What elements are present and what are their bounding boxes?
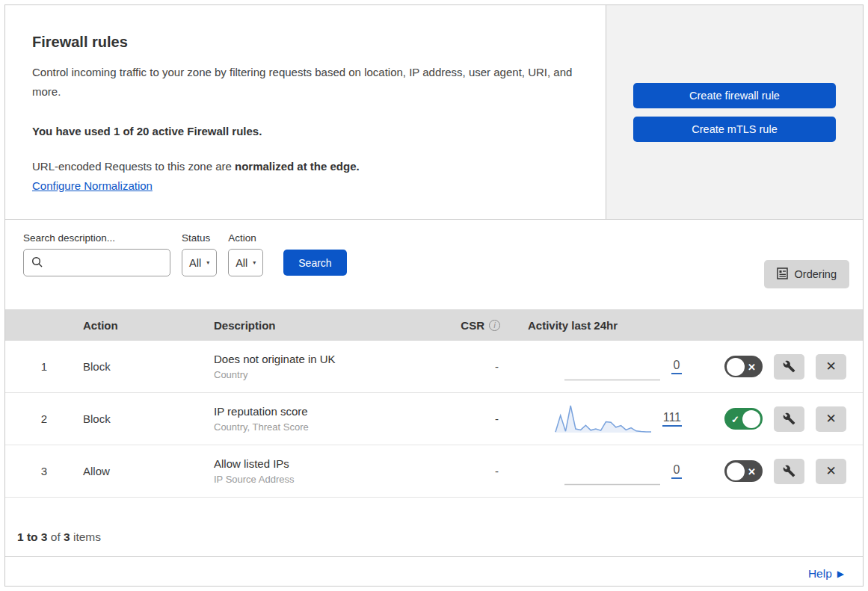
rule-description: Allow listed IPs xyxy=(214,457,454,470)
close-icon: ✕ xyxy=(825,359,836,374)
create-firewall-rule-button[interactable]: Create firewall rule xyxy=(633,83,836,108)
rule-criteria: Country, Threat Score xyxy=(214,421,454,433)
pagination-summary: 1 to 3 of 3 items xyxy=(5,498,863,556)
toggle-state-icon: ✕ xyxy=(748,465,756,477)
status-selected-value: All xyxy=(189,257,201,269)
table-header: Action Description CSR i Activity last 2… xyxy=(5,309,863,341)
items-label: items xyxy=(73,530,101,543)
csr-column-header: CSR i xyxy=(454,319,500,332)
edit-rule-button[interactable] xyxy=(774,406,804,432)
rule-controls: ✓ ✕ xyxy=(682,406,863,432)
help-arrow-icon: ▶ xyxy=(837,569,844,579)
usage-summary: You have used 1 of 20 active Firewall ru… xyxy=(32,125,579,137)
items-range: 1 to 3 xyxy=(17,530,47,543)
filter-bar: Search description... Status All ▾ Actio… xyxy=(5,220,863,309)
table-row: 3 Allow Allow listed IPs IP Source Addre… xyxy=(5,445,863,498)
rule-controls: ✕ ✕ xyxy=(682,459,863,484)
activity-sparkline xyxy=(555,403,652,435)
toggle-state-icon: ✓ xyxy=(731,413,739,424)
csr-header-label: CSR xyxy=(461,319,484,332)
rule-description-cell: Does not originate in UK Country xyxy=(214,353,454,380)
rule-description-cell: IP reputation score Country, Threat Scor… xyxy=(214,405,454,433)
rule-controls: ✕ ✕ xyxy=(682,354,863,380)
action-filter-group: Action All ▾ xyxy=(228,232,263,276)
help-row: Help ▶ xyxy=(5,556,863,587)
toggle-knob-icon xyxy=(727,462,745,480)
toggle-state-icon: ✕ xyxy=(748,361,756,372)
delete-rule-button[interactable]: ✕ xyxy=(816,459,846,484)
wrench-icon xyxy=(783,412,795,425)
create-mtls-rule-button[interactable]: Create mTLS rule xyxy=(633,117,836,142)
rule-action: Block xyxy=(83,412,214,425)
ordering-button-label: Ordering xyxy=(795,268,837,280)
items-total: 3 xyxy=(64,530,70,543)
rule-csr-value: - xyxy=(454,412,500,425)
wrench-icon xyxy=(783,360,795,373)
chevron-down-icon: ▾ xyxy=(253,259,256,266)
normalization-text: URL-encoded Requests to this zone are xyxy=(32,160,235,173)
configure-normalization-link[interactable]: Configure Normalization xyxy=(32,179,153,192)
search-label: Search description... xyxy=(23,232,170,244)
rule-csr-value: - xyxy=(454,360,500,373)
delete-rule-button[interactable]: ✕ xyxy=(816,354,846,380)
actions-panel: Create firewall rule Create mTLS rule xyxy=(606,5,863,219)
table-row: 1 Block Does not originate in UK Country… xyxy=(5,341,863,393)
toggle-knob-icon xyxy=(742,410,760,428)
search-group: Search description... xyxy=(23,232,170,276)
rule-toggle[interactable]: ✕ xyxy=(724,460,763,482)
action-select[interactable]: All ▾ xyxy=(228,249,263,276)
header-section: Firewall rules Control incoming traffic … xyxy=(5,5,863,220)
close-icon: ✕ xyxy=(825,411,836,427)
search-icon xyxy=(31,256,43,271)
description-column-header: Description xyxy=(214,319,454,332)
info-icon[interactable]: i xyxy=(489,320,500,331)
normalization-bold-text: normalized at the edge. xyxy=(235,160,360,173)
delete-rule-button[interactable]: ✕ xyxy=(816,406,846,432)
activity-count-link[interactable]: 0 xyxy=(671,463,682,479)
rule-action: Allow xyxy=(83,465,214,477)
edit-rule-button[interactable] xyxy=(774,354,804,380)
chevron-down-icon: ▾ xyxy=(206,259,209,266)
rule-priority: 1 xyxy=(5,360,83,373)
status-label: Status xyxy=(182,232,217,244)
rule-criteria: Country xyxy=(214,369,454,380)
action-label: Action xyxy=(228,232,263,244)
intro-block: Firewall rules Control incoming traffic … xyxy=(5,5,606,219)
items-of-label: of xyxy=(51,530,61,543)
rule-activity-cell: 111 xyxy=(500,403,682,435)
rule-activity-cell: 0 xyxy=(500,351,682,383)
activity-count-link[interactable]: 111 xyxy=(662,411,682,427)
rule-toggle[interactable]: ✓ xyxy=(724,408,763,430)
page-description: Control incoming traffic to your zone by… xyxy=(32,63,578,102)
activity-count-link[interactable]: 0 xyxy=(671,359,682,374)
status-filter-group: Status All ▾ xyxy=(182,232,217,276)
table-body: 1 Block Does not originate in UK Country… xyxy=(5,341,863,498)
close-icon: ✕ xyxy=(825,463,836,479)
action-selected-value: All xyxy=(236,257,247,269)
rule-csr-value: - xyxy=(454,465,500,477)
rule-description-cell: Allow listed IPs IP Source Address xyxy=(214,457,454,485)
activity-sparkline xyxy=(564,456,661,487)
normalization-note: URL-encoded Requests to this zone are no… xyxy=(32,160,579,173)
help-link[interactable]: Help ▶ xyxy=(808,567,844,581)
rule-priority: 2 xyxy=(5,412,83,425)
edit-rule-button[interactable] xyxy=(774,459,804,484)
ordering-list-icon xyxy=(777,267,788,282)
firewall-rules-card: Firewall rules Control incoming traffic … xyxy=(4,4,864,587)
page-title: Firewall rules xyxy=(32,34,579,51)
table-row: 2 Block IP reputation score Country, Thr… xyxy=(5,393,863,445)
activity-sparkline xyxy=(564,351,661,383)
rule-criteria: IP Source Address xyxy=(214,474,454,485)
rule-toggle[interactable]: ✕ xyxy=(724,356,763,377)
help-label: Help xyxy=(808,567,832,581)
status-select[interactable]: All ▾ xyxy=(182,249,217,276)
rule-description: Does not originate in UK xyxy=(214,353,454,365)
rule-action: Block xyxy=(83,360,214,373)
wrench-icon xyxy=(783,465,795,477)
ordering-button[interactable]: Ordering xyxy=(764,260,849,288)
rule-activity-cell: 0 xyxy=(500,456,682,487)
search-input[interactable] xyxy=(23,249,170,276)
search-button[interactable]: Search xyxy=(283,250,346,276)
action-column-header: Action xyxy=(83,319,214,332)
toggle-knob-icon xyxy=(727,358,745,376)
